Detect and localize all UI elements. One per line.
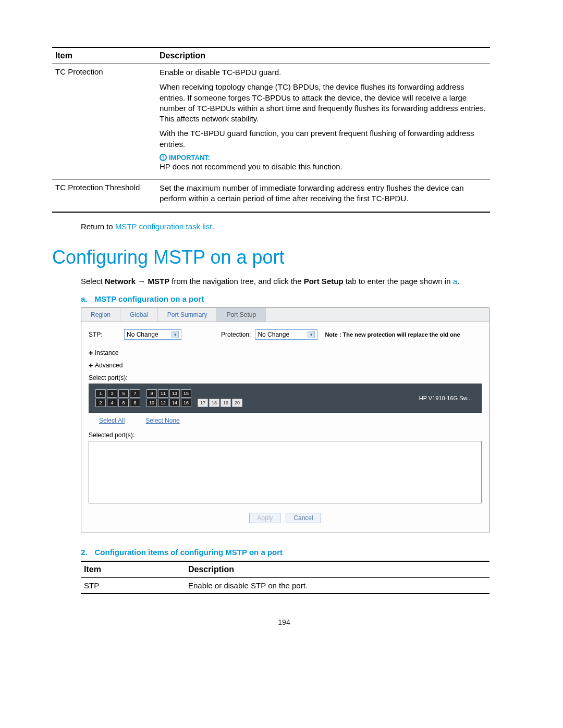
chevron-down-icon: ▾	[308, 331, 315, 338]
tc-threshold-desc: Set the maximum number of immediate forw…	[160, 183, 487, 204]
selected-ports-box	[89, 441, 482, 503]
table-row: TC Protection Threshold Set the maximum …	[52, 180, 490, 212]
intro-paragraph: Select Network → MSTP from the navigatio…	[81, 276, 516, 288]
port-12[interactable]: 12	[158, 399, 168, 407]
stp-label: STP:	[89, 331, 120, 338]
port-3[interactable]: 3	[107, 389, 117, 398]
port-10[interactable]: 10	[146, 399, 157, 407]
port-9[interactable]: 9	[146, 389, 157, 398]
page-number: 194	[52, 618, 516, 626]
port-19[interactable]: 19	[221, 399, 231, 407]
table1-row1-item: TC Protection	[52, 64, 156, 180]
port-group-extra: 17 18 19 20	[198, 389, 242, 407]
table2-row-item: STP	[81, 578, 185, 594]
port-7[interactable]: 7	[130, 389, 140, 398]
section-heading: Configuring MSTP on a port	[52, 246, 516, 268]
tab-global[interactable]: Global	[120, 308, 158, 322]
figure-a-link[interactable]: a	[453, 277, 457, 286]
instance-expander[interactable]: Instance	[89, 349, 482, 356]
port-5[interactable]: 5	[118, 389, 129, 398]
port-4[interactable]: 4	[107, 399, 117, 407]
return-line: Return to MSTP configuration task list.	[81, 222, 516, 231]
table-row: TC Protection Enable or disable TC-BPDU …	[52, 64, 490, 180]
table1-header-item: Item	[52, 47, 156, 64]
port-11[interactable]: 11	[158, 389, 168, 398]
table2-row-desc: Enable or disable STP on the port.	[185, 578, 489, 594]
port-2[interactable]: 2	[95, 399, 106, 407]
stp-select[interactable]: No Change ▾	[124, 329, 181, 340]
table1-header-desc: Description	[156, 47, 490, 64]
tab-region[interactable]: Region	[81, 308, 120, 322]
protection-note: Note : The new protection will replace t…	[325, 331, 460, 338]
tab-port-summary[interactable]: Port Summary	[158, 308, 217, 322]
advanced-expander[interactable]: Advanced	[89, 362, 482, 369]
port-17[interactable]: 17	[198, 399, 208, 407]
tab-port-setup[interactable]: Port Setup	[217, 308, 266, 322]
port-group-1: 12 34 56 78	[95, 389, 140, 407]
protection-label: Protection:	[221, 331, 251, 338]
port-18[interactable]: 18	[209, 399, 219, 407]
tab-bar: Region Global Port Summary Port Setup	[81, 308, 489, 322]
port-selector-panel: 12 34 56 78 910 1112 1314 1516 17 18 19 …	[89, 384, 482, 413]
important-icon: !	[160, 154, 167, 161]
mstp-task-list-link[interactable]: MSTP configuration task list	[115, 222, 212, 231]
tc-protection-desc-1: Enable or disable TC-BPDU guard.	[160, 67, 487, 78]
table2-header-desc: Description	[185, 561, 489, 578]
table-row: STP Enable or disable STP on the port.	[81, 578, 489, 594]
port-6[interactable]: 6	[118, 399, 129, 407]
port-1[interactable]: 1	[95, 389, 106, 398]
important-body: HP does not recommend you to disable thi…	[160, 162, 487, 172]
apply-button[interactable]: Apply	[249, 513, 280, 523]
table2-header-item: Item	[81, 561, 185, 578]
figure-caption-a: a. MSTP configuration on a port	[81, 294, 516, 303]
config-table-2: Item Description STP Enable or disable S…	[81, 561, 489, 594]
tc-protection-desc-3: With the TC-BPDU guard function, you can…	[160, 128, 487, 150]
port-15[interactable]: 15	[181, 389, 191, 398]
table1-row2-item: TC Protection Threshold	[52, 180, 156, 212]
important-label: ! IMPORTANT:	[160, 154, 487, 162]
important-text-label: IMPORTANT:	[169, 154, 210, 162]
port-group-2: 910 1112 1314 1516	[146, 389, 191, 407]
config-table-1: Item Description TC Protection Enable or…	[52, 47, 490, 213]
select-all-link[interactable]: Select All	[99, 417, 125, 424]
figure-caption-2: 2. Configuration items of configuring MS…	[81, 548, 516, 557]
device-name: HP V1910-16G Sw...	[419, 395, 472, 401]
select-ports-label: Select port(s):	[89, 374, 482, 381]
chevron-down-icon: ▾	[172, 331, 179, 338]
tc-protection-desc-2: When receiving topology change (TC) BPDU…	[160, 82, 487, 124]
port-16[interactable]: 16	[181, 399, 191, 407]
port-20[interactable]: 20	[232, 399, 242, 407]
protection-select[interactable]: No Change ▾	[255, 329, 317, 340]
cancel-button[interactable]: Cancel	[286, 513, 321, 523]
port-14[interactable]: 14	[169, 399, 180, 407]
select-none-link[interactable]: Select None	[145, 417, 179, 424]
selected-ports-label: Selected port(s):	[89, 431, 482, 439]
port-13[interactable]: 13	[169, 389, 180, 398]
port-8[interactable]: 8	[130, 399, 140, 407]
port-setup-screenshot: Region Global Port Summary Port Setup ST…	[81, 307, 489, 533]
